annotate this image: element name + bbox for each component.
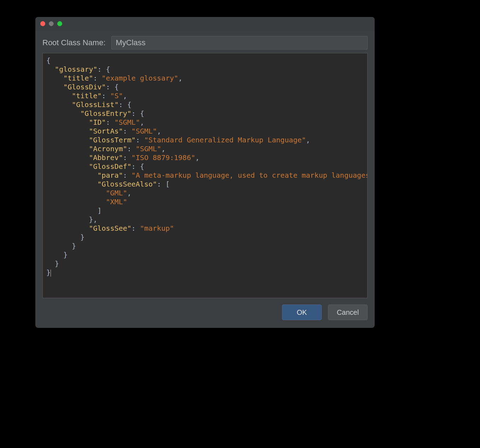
json-editor[interactable]: { "glossary": { "title": "example glossa…	[46, 56, 364, 277]
window-controls	[40, 21, 62, 26]
zoom-icon[interactable]	[57, 21, 62, 26]
close-icon[interactable]	[40, 21, 45, 26]
root-class-name-input[interactable]	[111, 36, 368, 49]
header-row: Root Class Name:	[35, 30, 375, 53]
minimize-icon[interactable]	[49, 21, 54, 26]
ok-button[interactable]: OK	[282, 305, 322, 320]
cancel-button[interactable]: Cancel	[328, 305, 368, 320]
code-area: { "glossary": { "title": "example glossa…	[42, 53, 368, 298]
root-class-name-label: Root Class Name:	[42, 38, 106, 47]
code-scroll[interactable]: { "glossary": { "title": "example glossa…	[43, 53, 367, 298]
dialog-footer: OK Cancel	[35, 298, 375, 328]
dialog-window: Root Class Name: { "glossary": { "title"…	[35, 17, 375, 328]
titlebar	[35, 17, 375, 30]
